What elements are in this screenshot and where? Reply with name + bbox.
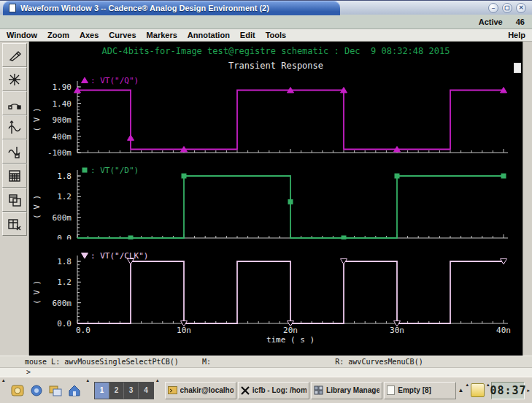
svg-text:0.0: 0.0 [76,326,90,335]
svg-text:1.90: 1.90 [53,82,72,92]
tray-app-icon[interactable] [471,383,485,397]
workspace-2[interactable]: 2 [109,383,124,399]
svg-text:1.8: 1.8 [57,172,72,181]
panel-hide-arrow[interactable]: ▴ [2,377,5,383]
terminal-icon [168,385,177,395]
task-label: Empty [8] [398,386,431,394]
task-icfb-log[interactable]: icfb - Log: /home/ch [238,382,309,399]
menu-bar: Window Zoom Axes Curves Markers Annotati… [0,29,532,42]
task-empty[interactable]: Empty [8] [384,382,455,399]
plot-q[interactable]: 1.901.40900m400m-100m( V ): VT("/Q") [29,72,523,156]
plot-clk[interactable]: 1.81.2600m0.0( V ): VT("/CLK")0.010n20n3… [29,241,523,345]
svg-text:( V ): ( V ) [32,195,42,219]
mouse-left-binding: mouse L: awvMouseSingleSelectPtCB() [25,358,179,366]
strip-chart-button[interactable] [2,115,27,139]
task-terminal[interactable]: chakir@localhost: /h [165,382,236,399]
menu-tools[interactable]: Tools [266,31,287,39]
workspace-pager: 1 2 3 4 [94,382,154,399]
active-label: Active [479,18,503,26]
waveform-window: Waveform Window 3 -- Cadence® Analog Des… [0,0,532,376]
mouse-middle-binding: M: [202,358,211,366]
x-app-icon [241,386,250,395]
strip-legend-icon[interactable] [514,63,521,73]
minimize-button[interactable]: – [488,3,498,13]
svg-text:1.2: 1.2 [57,277,72,287]
plot-area: ADC-4bits-for-Image test@registre schema… [29,42,523,356]
app-menu-icon[interactable] [10,383,25,398]
menu-zoom[interactable]: Zoom [47,31,69,39]
tray-arrow-right[interactable]: ▴ [487,382,490,388]
task-label: Library Manager: W [326,386,379,394]
menu-axes[interactable]: Axes [80,31,99,39]
workspace-1[interactable]: 1 [95,383,109,399]
close-button[interactable]: ✕ [516,3,526,13]
taskbar: ▴ ▴ 1 2 3 4 ▴ [0,376,532,403]
svg-text:40n: 40n [496,326,511,335]
svg-text:: VT("/Q"): : VT("/Q") [90,76,139,85]
active-count: 46 [516,18,525,26]
taskbar-clock[interactable]: 08:37 [491,382,525,399]
library-icon [314,385,323,395]
menu-markers[interactable]: Markers [147,31,177,39]
panel-expand-arrow[interactable]: ▸ [527,388,530,394]
plot-subtitle: ADC-4bits-for-Image test@registre schema… [29,46,523,56]
svg-text:1.40: 1.40 [53,99,72,109]
svg-text:600m: 600m [53,213,72,223]
plot-d[interactable]: 1.81.2600m0.0( V ): VT("/D") [29,158,523,239]
menu-annotation[interactable]: Annotation [188,31,230,39]
cut-window-icon [7,216,23,232]
svg-text:600m: 600m [53,299,72,308]
svg-text:( V ): ( V ) [32,280,42,304]
svg-text:-100m: -100m [47,148,72,156]
pen-tool-button[interactable] [2,43,27,67]
arc-probe-icon [7,96,23,112]
waveform-marker-icon [7,144,23,160]
task-label: icfb - Log: /home/ch [252,386,307,394]
svg-text:: VT("/D"): : VT("/D") [90,166,139,175]
desktop: Waveform Window 3 -- Cadence® Analog Des… [0,0,532,403]
title-bar[interactable]: Waveform Window 3 -- Cadence® Analog Des… [0,0,532,15]
browser-icon[interactable] [29,383,44,398]
arc-tool-button[interactable] [2,91,27,115]
copy-window-button[interactable] [2,188,27,212]
svg-text:10n: 10n [177,326,191,335]
svg-text:400m: 400m [53,132,72,142]
cut-window-button[interactable] [2,212,27,236]
svg-text:1.2: 1.2 [57,192,72,202]
starburst-icon [7,72,23,88]
menu-window[interactable]: Window [7,31,37,39]
home-icon[interactable] [67,383,82,398]
menu-edit[interactable]: Edit [240,31,255,39]
calculator-button[interactable] [2,164,27,188]
svg-text:0.0: 0.0 [57,234,72,239]
taskbar-scroll-up[interactable]: ▲ [458,388,464,394]
svg-text:20n: 20n [283,326,298,335]
task-library-manager[interactable]: Library Manager: W [311,382,382,399]
tray-arrow-left[interactable]: ▴ [466,382,469,388]
window-icon [9,4,16,12]
copy-windows-icon [7,192,23,208]
overlay-plot-button[interactable] [2,139,27,164]
workspace-4[interactable]: 4 [139,383,153,399]
window-frame-right [523,42,532,356]
window-controls: – ▢ ✕ [488,3,526,13]
prompt-char: > [26,368,31,376]
task-buttons: chakir@localhost: /h icfb - Log: /home/c… [165,382,456,399]
zoom-tool-button[interactable] [2,67,27,91]
svg-text:0.0: 0.0 [57,319,72,329]
strip-chart-icon [7,120,23,136]
maximize-button[interactable]: ▢ [502,3,512,13]
svg-text:time ( s ): time ( s ) [266,335,315,345]
pen-icon [7,47,23,64]
menu-help[interactable]: Help [508,31,525,39]
workspace-3[interactable]: 3 [124,383,139,399]
pager-expand-arrow[interactable]: ▴ [156,377,159,383]
command-prompt[interactable]: > [0,367,532,376]
page-icon [387,385,395,395]
launcher-expand-arrow[interactable]: ▴ [87,377,90,383]
active-band: Active 46 [0,15,532,29]
menu-curves[interactable]: Curves [109,31,136,39]
svg-text:30n: 30n [390,326,404,335]
left-toolbar [0,42,29,356]
windows-icon[interactable] [48,383,63,398]
